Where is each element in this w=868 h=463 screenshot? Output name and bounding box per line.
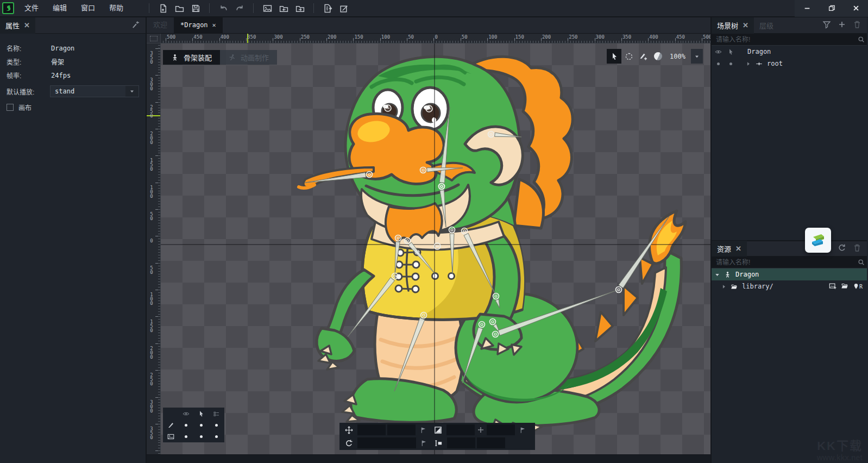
bone-joint[interactable] [421, 312, 427, 318]
zoom-level[interactable]: 100% [665, 53, 690, 60]
scale-y-field[interactable] [487, 424, 515, 435]
lock-dot[interactable] [725, 62, 737, 65]
tab-dragon[interactable]: *Dragon ✕ [174, 17, 223, 33]
eye-icon[interactable] [712, 48, 725, 55]
canvas-checkbox[interactable] [7, 104, 14, 111]
default-play-dropdown[interactable]: stand [50, 85, 139, 97]
redo-button[interactable] [231, 1, 248, 15]
export-folder-button[interactable] [292, 1, 308, 15]
scale-key-flag[interactable] [517, 424, 529, 436]
tab-scene-tree[interactable]: 场景树 ✕ [712, 17, 754, 34]
bone-tree-icon[interactable] [131, 20, 140, 31]
minimize-button[interactable] [795, 0, 819, 17]
menu-file[interactable]: 文件 [17, 0, 46, 17]
search-icon[interactable] [855, 259, 867, 266]
bone-joint[interactable] [488, 132, 494, 137]
bone-joint[interactable] [367, 172, 373, 178]
mode-rig-button[interactable]: 骨架装配 [163, 50, 220, 65]
save-button[interactable] [187, 1, 204, 15]
pivot-crosshair-icon[interactable] [476, 427, 485, 433]
open-folder-icon[interactable] [841, 282, 848, 291]
bone-joint[interactable] [462, 228, 468, 234]
translate-y-field[interactable] [387, 424, 416, 435]
collapse-caret-icon[interactable] [712, 271, 722, 278]
refresh-icon[interactable] [838, 243, 846, 254]
resource-row-dragon[interactable]: Dragon [712, 268, 867, 280]
import-image-button[interactable] [259, 1, 275, 15]
close-tab-icon[interactable]: ✕ [743, 21, 749, 29]
import-folder-button[interactable] [275, 1, 292, 15]
list-icon[interactable] [209, 408, 224, 419]
bone-joint[interactable] [439, 184, 445, 190]
chevron-down-icon[interactable] [125, 86, 139, 97]
restore-button[interactable] [819, 0, 844, 17]
close-tab-icon[interactable]: ✕ [735, 245, 741, 253]
tab-hierarchy[interactable]: 层级 [754, 17, 779, 34]
close-button[interactable] [844, 0, 868, 17]
shear-x-field[interactable] [447, 437, 475, 448]
undo-button[interactable] [215, 1, 231, 15]
search-icon[interactable] [855, 36, 867, 43]
bone-joint[interactable] [493, 331, 499, 337]
delete-resource-icon[interactable] [853, 243, 861, 254]
shear-y-field[interactable] [477, 437, 505, 448]
scene-search-input[interactable] [712, 36, 855, 43]
ruler-corner[interactable] [147, 34, 161, 43]
zoom-dropdown-button[interactable] [691, 49, 703, 64]
resource-row-library[interactable]: library/ R [712, 280, 867, 292]
add-node-icon[interactable] [838, 20, 846, 31]
bone-joint[interactable] [395, 235, 401, 241]
locate-path-icon[interactable]: R [853, 283, 863, 290]
tab-properties[interactable]: 属性 ✕ [0, 17, 35, 34]
mode-anim-button[interactable]: 动画制作 [220, 50, 277, 65]
expand-caret-icon[interactable] [742, 60, 754, 67]
bone-joint[interactable] [392, 273, 398, 279]
cursor-icon[interactable] [194, 408, 209, 419]
image-visible-toggle[interactable] [179, 431, 193, 442]
bone-joint[interactable] [490, 319, 496, 325]
scale-x-field[interactable] [446, 424, 475, 435]
menu-window[interactable]: 窗口 [74, 0, 102, 17]
create-bone-button[interactable] [636, 49, 651, 64]
bone-list-toggle[interactable] [209, 420, 224, 430]
rotate-key-flag[interactable] [418, 437, 430, 449]
filter-icon[interactable] [822, 20, 831, 31]
resources-search-input[interactable] [712, 259, 855, 266]
delete-node-icon[interactable] [853, 20, 861, 31]
visibility-dot[interactable] [712, 62, 725, 65]
shading-toggle-button[interactable] [651, 49, 665, 64]
stage-canvas[interactable]: 骨架装配 动画制作 100% [161, 43, 710, 454]
new-file-button[interactable] [155, 1, 171, 15]
bone-joint[interactable] [493, 293, 499, 299]
tab-welcome[interactable]: 欢迎 [147, 17, 174, 33]
bone-joint[interactable] [479, 322, 485, 328]
close-tab-icon[interactable]: ✕ [212, 17, 216, 33]
eye-icon[interactable] [179, 408, 193, 419]
rotation-field[interactable] [357, 437, 416, 448]
translate-key-flag[interactable] [417, 424, 429, 436]
tab-resources[interactable]: 资源 ✕ [712, 241, 747, 257]
bone-select-toggle[interactable] [194, 420, 209, 430]
dragon-artwork[interactable] [161, 43, 710, 454]
select-tool-button[interactable] [607, 49, 621, 64]
open-folder-button[interactable] [171, 1, 187, 15]
expand-caret-icon[interactable] [718, 283, 729, 290]
marquee-tool-button[interactable] [621, 49, 636, 64]
translate-x-field[interactable] [357, 424, 386, 435]
image-select-toggle[interactable] [194, 431, 209, 442]
export-doc-button[interactable] [319, 1, 336, 15]
bone-joint[interactable] [616, 287, 622, 293]
menu-edit[interactable]: 编辑 [46, 0, 74, 17]
cursor-icon[interactable] [725, 48, 737, 55]
add-image-icon[interactable] [829, 282, 836, 291]
scene-row-root[interactable]: root [712, 58, 867, 70]
bone-joint[interactable] [405, 238, 411, 244]
bone-joint[interactable] [420, 167, 426, 173]
edit-button[interactable] [336, 1, 352, 15]
scene-row-dragon[interactable]: Dragon [712, 46, 867, 58]
image-list-toggle[interactable] [209, 431, 224, 442]
close-tab-icon[interactable]: ✕ [24, 21, 30, 29]
menu-help[interactable]: 帮助 [102, 0, 130, 17]
bone-joint[interactable] [449, 227, 455, 233]
bone-visible-toggle[interactable] [179, 420, 193, 430]
